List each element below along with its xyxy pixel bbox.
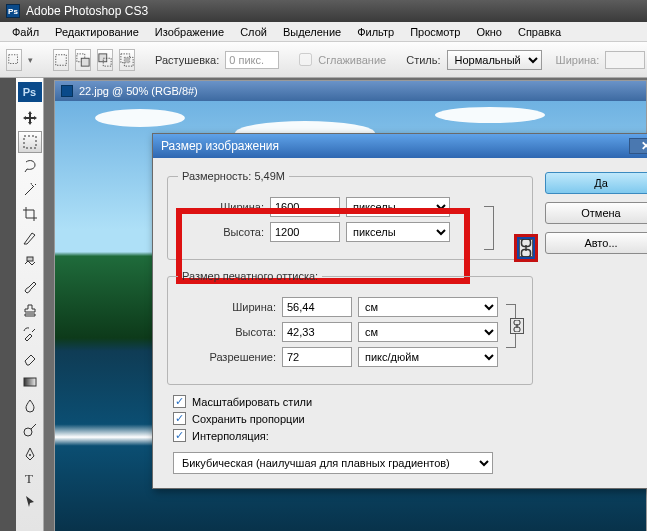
constrain-proportions-checkbox[interactable] (173, 412, 186, 425)
app-logo-icon: Ps (6, 4, 20, 18)
add-selection-icon[interactable] (75, 49, 91, 71)
crop-tool-icon[interactable] (18, 203, 42, 225)
document-title-bar[interactable]: 22.jpg @ 50% (RGB/8#) (55, 81, 646, 101)
eraser-tool-icon[interactable] (18, 347, 42, 369)
move-tool-icon[interactable] (18, 107, 42, 129)
subtract-selection-icon[interactable] (97, 49, 113, 71)
brush-tool-icon[interactable] (18, 275, 42, 297)
menu-filter[interactable]: Фильтр (349, 24, 402, 40)
app-title: Adobe Photoshop CS3 (26, 4, 148, 18)
document-title: 22.jpg @ 50% (RGB/8#) (79, 85, 198, 97)
menu-window[interactable]: Окно (468, 24, 510, 40)
wand-tool-icon[interactable] (18, 179, 42, 201)
svg-rect-8 (124, 57, 129, 62)
style-label: Стиль: (406, 54, 440, 66)
lasso-tool-icon[interactable] (18, 155, 42, 177)
options-bar: ▾ Растушевка: Сглаживание Стиль: Нормаль… (0, 42, 647, 78)
resolution-label: Разрешение: (178, 351, 276, 363)
interpolation-select[interactable]: Бикубическая (наилучшая для плавных град… (173, 452, 493, 474)
dialog-close-button[interactable]: ✕ (629, 138, 647, 154)
resolution-unit-select[interactable]: пикс/дюйм (358, 347, 498, 367)
pixel-height-input[interactable] (270, 222, 340, 242)
chain-link-icon[interactable] (510, 318, 524, 334)
title-bar: Ps Adobe Photoshop CS3 (0, 0, 647, 22)
menu-select[interactable]: Выделение (275, 24, 349, 40)
svg-point-13 (29, 454, 31, 456)
resolution-input[interactable] (282, 347, 352, 367)
constrain-link-highlight (514, 234, 538, 262)
resample-label: Интерполяция: (192, 430, 269, 442)
svg-rect-3 (81, 58, 89, 66)
opt-width-label: Ширина: (556, 54, 600, 66)
pixel-dim-legend: Размерность: 5,49M (178, 170, 289, 182)
svg-rect-9 (24, 136, 36, 148)
document-icon (61, 85, 73, 97)
dialog-title-bar[interactable]: Размер изображения ✕ (153, 134, 647, 158)
marquee-tool-icon[interactable] (18, 131, 42, 153)
svg-point-12 (24, 428, 32, 436)
doc-height-input[interactable] (282, 322, 352, 342)
canvas-area: 22.jpg @ 50% (RGB/8#) Размер изображения… (44, 78, 647, 531)
image-size-dialog: Размер изображения ✕ Размерность: 5,49M … (152, 133, 647, 489)
menu-layer[interactable]: Слой (232, 24, 275, 40)
cancel-button[interactable]: Отмена (545, 202, 647, 224)
menu-help[interactable]: Справка (510, 24, 569, 40)
feather-input[interactable] (225, 51, 279, 69)
scale-styles-label: Масштабировать стили (192, 396, 312, 408)
pen-tool-icon[interactable] (18, 443, 42, 465)
blur-tool-icon[interactable] (18, 395, 42, 417)
dialog-title: Размер изображения (161, 139, 279, 153)
constrain-proportions-label: Сохранить пропорции (192, 413, 305, 425)
doc-height-unit-select[interactable]: см (358, 322, 498, 342)
pixel-width-unit-select[interactable]: пикселы (346, 197, 450, 217)
feather-label: Растушевка: (155, 54, 219, 66)
dropdown-caret-icon: ▾ (28, 55, 33, 65)
svg-rect-11 (24, 378, 36, 386)
history-brush-icon[interactable] (18, 323, 42, 345)
pixel-width-label: Ширина: (178, 201, 264, 213)
stamp-tool-icon[interactable] (18, 299, 42, 321)
doc-size-legend: Размер печатного оттиска: (178, 270, 322, 282)
doc-width-unit-select[interactable]: см (358, 297, 498, 317)
pixel-width-input[interactable] (270, 197, 340, 217)
doc-width-input[interactable] (282, 297, 352, 317)
pixel-dimensions-group: Размерность: 5,49M Ширина: пикселы Высот… (167, 170, 533, 260)
antialias-checkbox (299, 53, 312, 66)
style-select[interactable]: Нормальный (447, 50, 542, 70)
scale-styles-checkbox[interactable] (173, 395, 186, 408)
gradient-tool-icon[interactable] (18, 371, 42, 393)
tool-preset-icon[interactable] (6, 49, 22, 71)
document-window: 22.jpg @ 50% (RGB/8#) Размер изображения… (54, 80, 647, 531)
auto-button[interactable]: Авто... (545, 232, 647, 254)
menu-file[interactable]: Файл (4, 24, 47, 40)
link-bracket-icon (484, 206, 494, 250)
doc-height-label: Высота: (178, 326, 276, 338)
menu-view[interactable]: Просмотр (402, 24, 468, 40)
ps-badge-icon: Ps (18, 82, 42, 102)
heal-tool-icon[interactable] (18, 251, 42, 273)
ok-button[interactable]: Да (545, 172, 647, 194)
svg-rect-10 (27, 257, 33, 261)
svg-rect-0 (9, 54, 18, 63)
resample-checkbox[interactable] (173, 429, 186, 442)
new-selection-icon[interactable] (53, 49, 69, 71)
workspace: Ps T 22.jpg @ 50% (RGB/8#) (0, 78, 647, 531)
path-select-icon[interactable] (18, 491, 42, 513)
doc-width-label: Ширина: (178, 301, 276, 313)
chain-link-icon[interactable] (519, 239, 533, 257)
document-size-group: Размер печатного оттиска: Ширина: см Выс… (167, 270, 533, 385)
pixel-height-unit-select[interactable]: пикселы (346, 222, 450, 242)
pixel-height-label: Высота: (178, 226, 264, 238)
dodge-tool-icon[interactable] (18, 419, 42, 441)
antialias-label: Сглаживание (318, 54, 386, 66)
slice-tool-icon[interactable] (18, 227, 42, 249)
intersect-selection-icon[interactable] (119, 49, 135, 71)
svg-text:T: T (25, 471, 33, 486)
menu-image[interactable]: Изображение (147, 24, 232, 40)
opt-width-input (605, 51, 645, 69)
type-tool-icon[interactable]: T (18, 467, 42, 489)
palette-well (0, 78, 16, 531)
toolbox: Ps T (16, 78, 44, 531)
menu-edit[interactable]: Редактирование (47, 24, 147, 40)
menu-bar: Файл Редактирование Изображение Слой Выд… (0, 22, 647, 42)
